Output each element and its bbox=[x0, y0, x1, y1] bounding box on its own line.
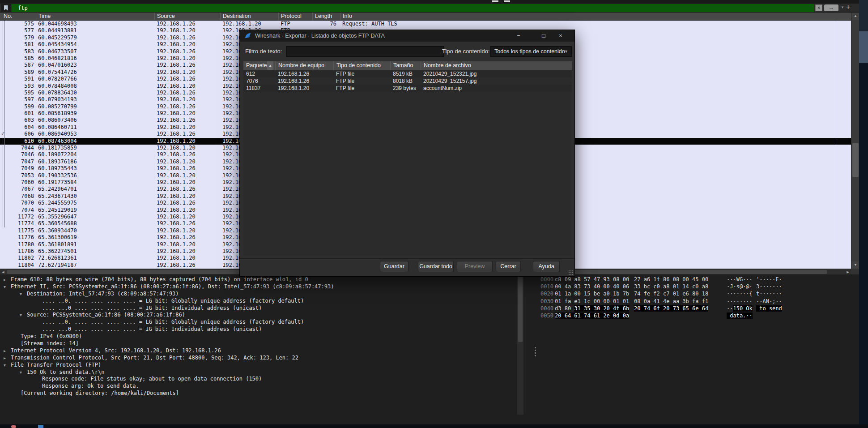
detail-line[interactable]: ▸Transmission Control Protocol, Src Port… bbox=[0, 355, 515, 362]
filter-expression-dropdown[interactable]: ▼ bbox=[841, 5, 844, 9]
detail-line[interactable]: .... ...0 .... .... .... .... = IG bit: … bbox=[0, 326, 515, 333]
column-header-length[interactable]: Length bbox=[312, 13, 340, 20]
cell-proto: FTP bbox=[278, 21, 312, 27]
hex-row[interactable]: 001000 4a 83 73 40 00 40 0633 bc c0 a8 0… bbox=[537, 283, 855, 291]
column-header-time[interactable]: Time bbox=[36, 13, 154, 20]
column-header-destination[interactable]: Destination bbox=[220, 13, 278, 20]
hex-row[interactable]: 005020 64 61 74 61 2e 0d 0a data.·· bbox=[537, 312, 855, 320]
detail-text: Ethernet II, Src: PCSSystemtec_a6:1f:86 … bbox=[11, 283, 334, 290]
detail-line[interactable]: [Stream index: 14] bbox=[0, 340, 515, 347]
guardar-button[interactable]: Guardar bbox=[380, 261, 408, 272]
cell-no: 606 bbox=[0, 131, 36, 137]
details-vertical-scrollbar[interactable] bbox=[517, 276, 523, 415]
cell-no: 7047 bbox=[0, 158, 36, 165]
dialog-titlebar[interactable]: Wireshark · Exportar · Listado de objeto… bbox=[240, 30, 574, 42]
filter-add-button[interactable]: + bbox=[846, 3, 850, 11]
pane-splitter-handle[interactable] bbox=[534, 346, 536, 364]
cell-time: 65.355296647 bbox=[36, 214, 154, 220]
cell-no: 11786 bbox=[0, 248, 36, 255]
column-header-no[interactable]: No. bbox=[0, 13, 36, 20]
detail-line[interactable]: ▾Ethernet II, Src: PCSSystemtec_a6:1f:86… bbox=[0, 283, 515, 291]
detail-line[interactable]: .... ...0 .... .... .... .... = IG bit: … bbox=[0, 305, 515, 312]
hex-row[interactable]: 002001 1a 00 15 be a0 1b 7b74 fe f2 c7 0… bbox=[537, 291, 855, 298]
cell-src: 192.168.1.26 bbox=[154, 151, 220, 158]
cell-time: 60.044698493 bbox=[36, 21, 154, 27]
background-window-mark bbox=[492, 0, 498, 2]
guardar-todo-button[interactable]: Guardar todo bbox=[418, 261, 454, 272]
collapse-arrow-icon[interactable]: ▾ bbox=[4, 284, 11, 289]
cell-no: 11780 bbox=[0, 241, 36, 248]
detail-line[interactable]: Response code: File status okay; about t… bbox=[0, 376, 515, 383]
detail-line[interactable]: Response arg: Ok to send data. bbox=[0, 383, 515, 390]
filter-apply-button[interactable]: → bbox=[824, 4, 838, 11]
object-column-header[interactable]: Nombre de archivo bbox=[421, 61, 572, 70]
cerrar-button[interactable]: Cerrar bbox=[496, 261, 521, 272]
detail-line[interactable]: ▾Destination: Intel_57:47:93 (c8:09:a8:5… bbox=[0, 291, 515, 298]
detail-line[interactable]: .... ..0. .... .... .... .... = LG bit: … bbox=[0, 319, 515, 326]
hex-row[interactable]: 0040d3 80 31 35 30 20 4f 6b20 74 6f 20 7… bbox=[537, 305, 855, 312]
minimize-button[interactable]: − bbox=[512, 30, 525, 42]
packet-list-vertical-scrollbar[interactable]: ▲ ▼ bbox=[851, 13, 859, 269]
object-cell: FTP file bbox=[333, 85, 390, 92]
scrollbar-thumb[interactable] bbox=[518, 276, 523, 342]
cell-time: 60.075414726 bbox=[36, 69, 154, 76]
column-header-protocol[interactable]: Protocol bbox=[278, 13, 312, 20]
collapse-arrow-icon[interactable]: ▾ bbox=[20, 370, 27, 375]
taskbar-app-icon[interactable] bbox=[38, 425, 43, 428]
hex-row[interactable]: 0000c8 09 a8 57 47 93 08 0027 a6 1f 86 0… bbox=[537, 276, 855, 283]
detail-line[interactable]: .... ..0. .... .... .... .... = LG bit: … bbox=[0, 298, 515, 305]
detail-line[interactable]: ▾150 Ok to send data.\r\n bbox=[0, 369, 515, 376]
expand-arrow-icon[interactable]: ▸ bbox=[4, 355, 11, 360]
cell-src: 192.168.1.20 bbox=[154, 241, 220, 248]
cell-src: 192.168.1.20 bbox=[154, 69, 220, 76]
detail-line[interactable]: Type: IPv4 (0x0800) bbox=[0, 333, 515, 340]
maximize-button[interactable]: □ bbox=[537, 30, 550, 42]
filter-clear-button[interactable]: × bbox=[815, 4, 822, 11]
detail-line[interactable]: ▸Frame 610: 88 bytes on wire (704 bits),… bbox=[0, 276, 515, 283]
ayuda-button[interactable]: Ayuda bbox=[533, 261, 560, 272]
cell-time: 60.191773584 bbox=[36, 179, 154, 186]
object-column-header[interactable]: Tipo de contenido bbox=[333, 61, 390, 70]
cell-src: 192.168.1.20 bbox=[154, 172, 220, 179]
detail-line[interactable]: ▾File Transfer Protocol (FTP) bbox=[0, 362, 515, 369]
scroll-up-button[interactable]: ▲ bbox=[851, 13, 859, 20]
cell-no: 7053 bbox=[0, 172, 36, 179]
scrollbar-thumb[interactable] bbox=[852, 143, 859, 177]
object-row[interactable]: 11837192.168.1.20FTP file239 bytesaccoun… bbox=[243, 85, 572, 92]
cell-src: 192.168.1.20 bbox=[154, 96, 220, 103]
object-row[interactable]: 612192.168.1.26FTP file8519 kB20210429_1… bbox=[243, 70, 572, 77]
cell-time: 60.045229579 bbox=[36, 34, 154, 41]
resize-grip[interactable] bbox=[568, 270, 574, 275]
detail-line[interactable]: ▸Internet Protocol Version 4, Src: 192.1… bbox=[0, 347, 515, 355]
object-column-header[interactable]: Nombre de equipo bbox=[275, 61, 333, 70]
hex-row[interactable]: 003001 fa e1 1c 00 00 01 0108 0a 41 4e a… bbox=[537, 298, 855, 305]
object-column-header[interactable]: Tamaño bbox=[390, 61, 421, 70]
detail-line[interactable]: ▾Source: PCSSystemtec_a6:1f:86 (08:00:27… bbox=[0, 312, 515, 319]
filter-bookmark-button[interactable] bbox=[1, 4, 11, 12]
close-button[interactable]: × bbox=[554, 30, 567, 42]
collapse-arrow-icon[interactable]: ▾ bbox=[4, 363, 11, 368]
object-row[interactable]: 7076192.168.1.26FTP file8018 kB20210429_… bbox=[243, 77, 572, 85]
minimize-icon: − bbox=[517, 32, 520, 39]
expand-arrow-icon[interactable]: ▸ bbox=[4, 277, 11, 282]
cell-no: 577 bbox=[0, 27, 36, 34]
text-filter-input[interactable] bbox=[286, 46, 444, 57]
column-header-source[interactable]: Source bbox=[154, 13, 220, 20]
content-type-combobox[interactable]: Todos los tipos de contenido ▼ bbox=[490, 46, 572, 57]
expand-arrow-icon[interactable]: ▸ bbox=[4, 348, 11, 353]
scroll-down-button[interactable]: ▼ bbox=[851, 261, 859, 269]
cell-time: 65.243671430 bbox=[36, 193, 154, 200]
cell-time: 60.078836430 bbox=[36, 90, 154, 96]
cell-no: 587 bbox=[0, 62, 36, 68]
cell-no: 7067 bbox=[0, 186, 36, 193]
collapse-arrow-icon[interactable]: ▾ bbox=[20, 291, 27, 296]
taskbar-app-icon[interactable] bbox=[11, 425, 16, 428]
collapse-arrow-icon[interactable]: ▾ bbox=[20, 312, 27, 317]
object-column-header[interactable]: Paquete▲ bbox=[243, 61, 275, 70]
column-header-info[interactable]: Info bbox=[340, 13, 851, 20]
display-filter-input[interactable]: ftp bbox=[12, 4, 814, 12]
cell-src: 192.168.1.20 bbox=[154, 110, 220, 117]
detail-text: .... ...0 .... .... .... .... = IG bit: … bbox=[42, 305, 262, 311]
packet-row[interactable]: 57560.044698493192.168.1.26192.168.1.20F… bbox=[0, 21, 851, 27]
detail-line[interactable]: [Current working directory: /home/kali/D… bbox=[0, 390, 515, 397]
